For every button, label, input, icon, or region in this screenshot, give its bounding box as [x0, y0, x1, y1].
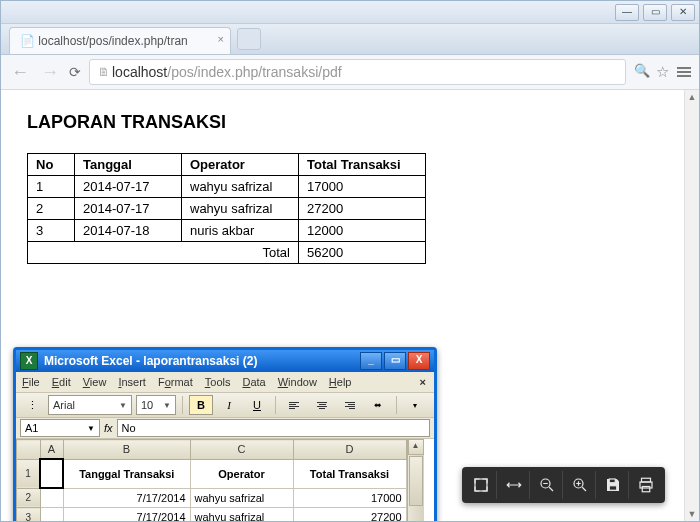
menu-view[interactable]: View [83, 376, 107, 388]
excel-maximize-button[interactable]: ▭ [384, 352, 406, 370]
fit-page-button[interactable] [466, 471, 497, 499]
cell[interactable]: 7/17/2014 [63, 488, 190, 508]
excel-grid-area: A B C D 1 Tanggal Transaksi Operator Tot… [16, 439, 434, 521]
name-box[interactable]: A1▼ [20, 419, 100, 437]
fit-width-button[interactable] [499, 471, 530, 499]
cell[interactable]: Operator [190, 459, 293, 488]
svg-rect-0 [475, 479, 487, 491]
menu-edit[interactable]: Edit [52, 376, 71, 388]
nav-forward-button[interactable]: → [39, 62, 61, 83]
menu-insert[interactable]: Insert [118, 376, 146, 388]
col-header-c[interactable]: C [190, 440, 293, 460]
align-center-button[interactable] [310, 395, 334, 415]
table-row: 12014-07-17wahyu safrizal17000 [28, 176, 426, 198]
new-tab-button[interactable] [237, 28, 261, 50]
excel-titlebar[interactable]: X Microsoft Excel - laporantransaksi (2)… [16, 350, 434, 372]
bold-button[interactable]: B [189, 395, 213, 415]
window-maximize-button[interactable]: ▭ [643, 4, 667, 21]
cell[interactable]: Tanggal Transaksi [63, 459, 190, 488]
print-button[interactable] [631, 471, 661, 499]
col-header-a[interactable]: A [40, 440, 63, 460]
nav-back-button[interactable]: ← [9, 62, 31, 83]
col-total: Total Transaksi [299, 154, 426, 176]
col-tanggal: Tanggal [75, 154, 182, 176]
svg-rect-7 [642, 487, 650, 492]
excel-doc-close-button[interactable]: × [418, 376, 428, 388]
search-icon[interactable]: 🔍 [634, 63, 650, 81]
tab-close-icon[interactable]: × [218, 33, 224, 45]
tab-title: localhost/pos/index.php/tran [38, 34, 187, 48]
browser-toolbar: ← → ⟳ 🗎 localhost/pos/index.php/transaks… [1, 55, 699, 90]
cell[interactable] [40, 508, 63, 522]
table-total-row: Total56200 [28, 242, 426, 264]
cell[interactable]: wahyu safrizal [190, 508, 293, 522]
excel-title-text: Microsoft Excel - laporantransaksi (2) [44, 354, 257, 368]
excel-vscrollbar[interactable]: ▲ ▼ [407, 439, 424, 521]
browser-menu-button[interactable] [677, 67, 691, 77]
svg-rect-4 [609, 486, 617, 491]
font-name-combo[interactable]: Arial▼ [48, 395, 132, 415]
menu-data[interactable]: Data [242, 376, 265, 388]
cell[interactable]: 7/17/2014 [63, 508, 190, 522]
report-table: No Tanggal Operator Total Transaksi 1201… [27, 153, 426, 264]
bookmark-icon[interactable]: ☆ [656, 63, 669, 81]
col-header-b[interactable]: B [63, 440, 190, 460]
page-viewport: ▲ ▼ LAPORAN TRANSAKSI No Tanggal Operato… [1, 90, 699, 521]
browser-tab-active[interactable]: 📄 localhost/pos/index.php/tran × [9, 27, 231, 54]
menu-tools[interactable]: Tools [205, 376, 231, 388]
tab-favicon: 📄 [20, 34, 35, 48]
window-minimize-button[interactable]: — [615, 4, 639, 21]
fx-label[interactable]: fx [104, 422, 113, 434]
menu-file[interactable]: File [22, 376, 40, 388]
scroll-down-icon[interactable]: ▼ [685, 507, 699, 521]
select-all-corner[interactable] [17, 440, 41, 460]
italic-button[interactable]: I [217, 395, 241, 415]
save-button[interactable] [598, 471, 629, 499]
zoom-out-button[interactable] [532, 471, 563, 499]
align-left-button[interactable] [282, 395, 306, 415]
table-row: 32014-07-18nuris akbar12000 [28, 220, 426, 242]
row-header[interactable]: 2 [17, 488, 41, 508]
scroll-up-icon[interactable]: ▲ [408, 439, 424, 455]
underline-button[interactable]: U [245, 395, 269, 415]
excel-window: X Microsoft Excel - laporantransaksi (2)… [13, 347, 437, 521]
page-title: LAPORAN TRANSAKSI [27, 112, 673, 133]
cell[interactable] [40, 488, 63, 508]
excel-minimize-button[interactable]: _ [360, 352, 382, 370]
excel-close-button[interactable]: X [408, 352, 430, 370]
window-titlebar: — ▭ ✕ [1, 1, 699, 24]
page-scrollbar[interactable]: ▲ ▼ [684, 90, 699, 521]
toolbar-handle-icon: ⋮ [20, 395, 44, 415]
excel-formula-bar: A1▼ fx No [16, 418, 434, 439]
cell-a1[interactable] [40, 459, 63, 488]
merge-cells-button[interactable]: ⬌ [366, 395, 390, 415]
scroll-thumb[interactable] [409, 456, 423, 506]
excel-menubar: File Edit View Insert Format Tools Data … [16, 372, 434, 393]
menu-format[interactable]: Format [158, 376, 193, 388]
cell[interactable]: Total Transaksi [293, 459, 406, 488]
cell[interactable]: 27200 [293, 508, 406, 522]
excel-app-icon: X [20, 352, 38, 370]
align-right-button[interactable] [338, 395, 362, 415]
reload-button[interactable]: ⟳ [69, 64, 81, 80]
col-header-d[interactable]: D [293, 440, 406, 460]
chevron-down-icon: ▼ [87, 424, 95, 433]
menu-help[interactable]: Help [329, 376, 352, 388]
col-operator: Operator [182, 154, 299, 176]
formula-input[interactable]: No [117, 419, 430, 437]
browser-window: — ▭ ✕ 📄 localhost/pos/index.php/tran × ←… [0, 0, 700, 522]
excel-grid[interactable]: A B C D 1 Tanggal Transaksi Operator Tot… [16, 439, 407, 521]
toolbar-overflow-button[interactable]: ▾ [403, 395, 427, 415]
page-icon: 🗎 [98, 65, 110, 79]
address-bar[interactable]: 🗎 localhost/pos/index.php/transaksi/pdf [89, 59, 626, 85]
chevron-down-icon: ▼ [163, 401, 171, 410]
row-header[interactable]: 1 [17, 459, 41, 488]
cell[interactable]: wahyu safrizal [190, 488, 293, 508]
zoom-in-button[interactable] [565, 471, 596, 499]
menu-window[interactable]: Window [278, 376, 317, 388]
scroll-up-icon[interactable]: ▲ [685, 90, 699, 104]
cell[interactable]: 17000 [293, 488, 406, 508]
font-size-combo[interactable]: 10▼ [136, 395, 176, 415]
row-header[interactable]: 3 [17, 508, 41, 522]
window-close-button[interactable]: ✕ [671, 4, 695, 21]
